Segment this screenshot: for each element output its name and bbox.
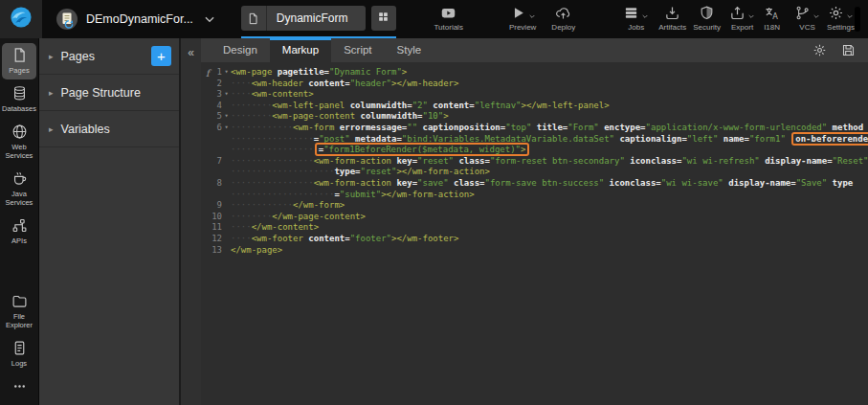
code-line[interactable]: 5▾········<wm-page-content columnwidth="… — [201, 111, 868, 123]
topbar-action-label: VCS — [799, 23, 814, 32]
code-line[interactable]: 8················<wm-form-action key="sa… — [201, 178, 868, 190]
line-number: 1 — [201, 67, 222, 79]
chevron-down-icon — [846, 12, 854, 20]
code-line[interactable]: 11····</wm-content> — [201, 222, 868, 234]
code-line[interactable]: ················="post" metadata="bind:V… — [201, 134, 868, 146]
topbar-action-label: Export — [731, 23, 753, 32]
fold-caret-icon[interactable]: ▾ — [222, 67, 231, 79]
chevron-down-icon — [747, 12, 755, 20]
code-line[interactable]: 12····<wm-footer content="footer"></wm-f… — [201, 234, 868, 245]
code-line[interactable]: 10········</wm-page-content> — [201, 212, 868, 223]
panel-section-variables[interactable]: ▸ Variables — [39, 111, 179, 147]
topbar-action-artifacts[interactable]: Artifacts — [658, 5, 686, 32]
fold-caret-icon[interactable]: ▾ — [222, 111, 231, 123]
topbar-action-security[interactable]: Security — [693, 5, 721, 32]
sidebar-item-dots[interactable] — [2, 374, 36, 399]
topbar-action-i18n[interactable]: A I18N — [764, 5, 780, 32]
tab-script[interactable]: Script — [331, 38, 384, 62]
pages-icon — [11, 47, 28, 63]
page-tab-label: DynamicForm — [267, 11, 366, 25]
chevron-down-icon — [641, 12, 649, 20]
settings-icon — [828, 5, 844, 21]
topbar-action-label: Deploy — [551, 23, 575, 32]
code-line[interactable]: 3▾····<wm-content> — [201, 89, 868, 101]
topbar-action-preview[interactable]: Preview — [509, 5, 536, 32]
code-line[interactable]: ····················type="reset"></wm-fo… — [201, 167, 868, 178]
topbar-action-vcs[interactable]: VCS — [794, 5, 820, 32]
code-line[interactable]: ····················="submit"></wm-form-… — [201, 190, 868, 201]
topbar-actions: Tutorials Preview Deploy Jobs — [396, 0, 855, 38]
caret-right-icon: ▸ — [49, 88, 54, 98]
app-logo[interactable] — [0, 0, 42, 38]
format-marker: f — [206, 68, 210, 79]
fold-caret-icon[interactable]: ▾ — [222, 123, 231, 134]
fold-caret-icon[interactable]: ▾ — [222, 89, 231, 101]
editor-tab-actions — [812, 38, 856, 62]
sidebar-item-java-services[interactable]: Java Services — [2, 167, 36, 212]
sidebar-item-label: APIs — [11, 236, 27, 245]
apis-icon — [11, 217, 28, 234]
panel-collapse-strip[interactable]: « — [179, 38, 201, 405]
line-number: 10 — [201, 212, 222, 223]
highlight-annotation-box: on-beforerender — [791, 132, 868, 146]
topbar-action-tutorials[interactable]: Tutorials — [434, 5, 463, 32]
code-line[interactable]: 9············</wm-form> — [201, 200, 868, 212]
code-line[interactable]: 1▾<wm-page pagetitle="Dynamic Form"> — [201, 67, 868, 79]
pages-panel: ▸ Pages + ▸ Page Structure ▸ Variables — [38, 38, 179, 405]
sidebar-item-label: File Explorer — [2, 312, 36, 329]
project-selector[interactable]: DEmoDynamicFor... — [56, 8, 216, 31]
databases-icon — [11, 85, 28, 101]
line-number: 11 — [201, 222, 222, 234]
line-number: 8 — [201, 178, 222, 190]
logs-icon — [11, 340, 28, 356]
code-line[interactable]: 7················<wm-form-action key="re… — [201, 156, 868, 168]
topbar-action-label: Tutorials — [434, 23, 463, 32]
code-line[interactable]: 13</wm-page> — [201, 245, 868, 257]
rail-bottom-group: File Explorer Logs — [0, 287, 38, 401]
sidebar-item-pages[interactable]: Pages — [2, 43, 36, 79]
panel-section-page-structure[interactable]: ▸ Page Structure — [39, 75, 179, 111]
security-icon — [699, 5, 715, 21]
editor: DesignMarkupScriptStyle f 1▾<wm-page pag… — [201, 38, 868, 405]
sidebar-item-web-services[interactable]: Web Services — [2, 120, 36, 165]
sidebar-item-logs[interactable]: Logs — [2, 336, 36, 372]
code-line[interactable]: 4········<wm-left-panel columnwidth="2" … — [201, 101, 868, 112]
tab-markup[interactable]: Markup — [270, 38, 331, 62]
code-line[interactable]: ················="form1BeforeRender($met… — [201, 145, 868, 156]
pages-grid-button[interactable] — [371, 6, 396, 31]
topbar-action-deploy[interactable]: Deploy — [551, 5, 575, 32]
line-number: 2 — [201, 79, 222, 90]
web-services-icon — [11, 124, 28, 140]
vcs-icon — [794, 5, 811, 21]
sidebar-item-databases[interactable]: Databases — [2, 81, 36, 118]
java-services-icon — [11, 170, 28, 187]
panel-section-pages[interactable]: ▸ Pages + — [39, 38, 179, 75]
editor-settings-button gear-icon[interactable] — [812, 43, 827, 57]
tab-style[interactable]: Style — [385, 38, 434, 62]
sidebar-item-file-explorer[interactable]: File Explorer — [2, 289, 36, 334]
topbar-action-export[interactable]: Export — [729, 5, 755, 32]
line-number: 12 — [201, 234, 222, 245]
add-page-button[interactable]: + — [151, 46, 171, 66]
project-name: DEmoDynamicFor... — [86, 12, 193, 26]
sidebar-item-label: Pages — [9, 66, 29, 75]
page-tab-dynamicform[interactable]: DynamicForm — [241, 6, 366, 31]
line-number: 13 — [201, 245, 222, 257]
topbar-action-settings[interactable]: Settings — [827, 5, 855, 32]
preview-icon — [510, 5, 526, 21]
editor-tabs: DesignMarkupScriptStyle — [211, 38, 434, 62]
chevron-down-icon — [528, 12, 536, 20]
code-editor[interactable]: f 1▾<wm-page pagetitle="Dynamic Form">2·… — [201, 62, 868, 405]
code-line[interactable]: 6▾············<wm-form errormessage="" c… — [201, 123, 868, 134]
topbar-action-jobs[interactable]: Jobs — [623, 5, 649, 32]
jobs-icon — [623, 5, 639, 21]
tab-design[interactable]: Design — [211, 38, 270, 62]
sidebar-item-apis[interactable]: APIs — [2, 214, 36, 250]
file-explorer-icon — [11, 293, 28, 309]
code-line[interactable]: 2····<wm-header content="header"></wm-he… — [201, 79, 868, 90]
module-rail: Pages Databases Web Services Java Servic… — [0, 38, 38, 405]
collapse-panel-icon: « — [188, 46, 194, 59]
dots-icon — [11, 378, 28, 394]
save-button save-icon[interactable] — [841, 43, 856, 57]
wavemaker-studio: DEmoDynamicFor... DynamicForm Tutorials — [0, 0, 868, 405]
